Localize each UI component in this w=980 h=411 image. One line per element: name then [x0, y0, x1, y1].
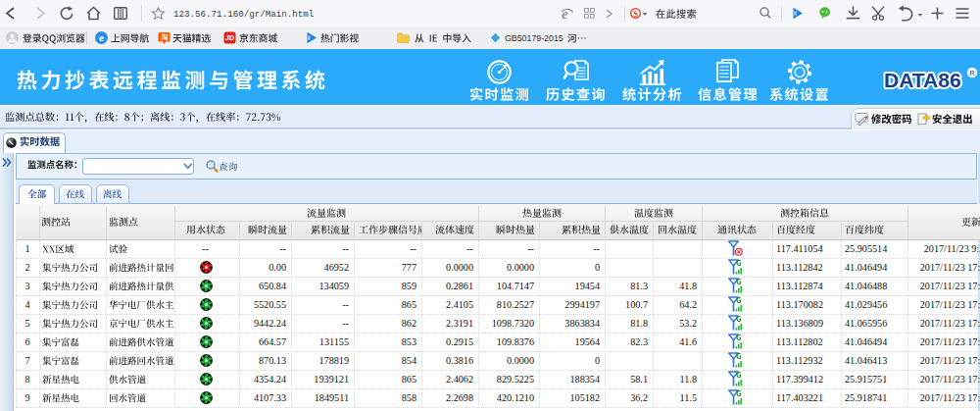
svg-text:DATA86: DATA86 [884, 69, 961, 91]
svg-text:e: e [99, 31, 104, 43]
svg-text:S: S [633, 9, 638, 19]
svg-text:JD: JD [225, 34, 234, 41]
svg-text:e: e [562, 6, 568, 22]
svg-text:R: R [969, 69, 975, 77]
